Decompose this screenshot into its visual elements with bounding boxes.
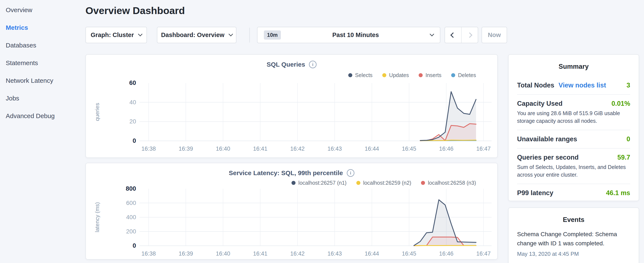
svg-text:16:38: 16:38 [142,250,156,257]
svg-text:16:41: 16:41 [253,146,268,152]
summary-label: P99 latency [517,189,554,197]
svg-text:16:39: 16:39 [178,146,193,152]
event-timestamp: May 13, 2020 at 4:45 PM [517,251,630,257]
summary-value: 0.01% [612,100,630,107]
summary-title: Summary [517,63,630,70]
events-panel: Events Schema Change Completed: Schema c… [508,207,639,263]
time-step-forward-button[interactable] [462,27,478,43]
chevron-right-icon [467,32,472,38]
summary-label: Capacity Used [517,100,562,107]
time-window-label: Past 10 Minutes [287,32,424,39]
graph-scope-dropdown-label: Graph: Cluster [90,32,134,39]
svg-text:600: 600 [126,200,136,206]
sidebar-item-statements[interactable]: Statements [6,59,86,67]
sql-queries-chart: 16:3816:3916:4016:4116:4216:4316:4416:45… [86,55,497,157]
event-text: Schema Change Completed: Schema change w… [517,229,630,248]
sidebar-item-advanced-debug[interactable]: Advanced Debug [6,112,86,120]
summary-row-p99-latency: P99 latency 46.1 ms [517,184,630,201]
sidebar-item-databases[interactable]: Databases [6,42,86,49]
chevron-down-icon [138,32,142,36]
summary-label: Unavailable ranges [517,135,577,143]
toolbar-divider [250,28,250,43]
svg-text:16:38: 16:38 [142,146,156,152]
svg-text:16:44: 16:44 [365,146,379,152]
chevron-down-icon [430,32,434,36]
svg-text:400: 400 [126,214,136,220]
svg-text:16:40: 16:40 [216,250,230,257]
svg-text:latency (ms): latency (ms) [94,202,100,232]
svg-text:200: 200 [126,228,136,235]
svg-text:16:47: 16:47 [476,146,491,152]
svg-text:queries: queries [94,103,100,121]
time-window-selector[interactable]: 10m Past 10 Minutes [257,27,440,43]
event-list-item[interactable]: Schema Change Completed: Schema change w… [517,229,630,257]
summary-value: 59.7 [618,154,630,161]
svg-text:16:46: 16:46 [439,250,454,257]
svg-text:0: 0 [133,242,136,249]
summary-row-queries-per-second: Queries per second 59.7 Sum of Selects, … [517,149,630,184]
summary-label: Queries per second [517,154,578,161]
time-step-buttons [444,27,478,43]
svg-text:16:42: 16:42 [290,146,305,152]
sql-queries-chart-card: SQL Queries i Selects Updates Inserts De… [86,54,498,158]
chevron-left-icon [450,32,456,38]
events-title: Events [517,216,630,224]
now-button[interactable]: Now [482,27,507,43]
summary-description: Sum of Selects, Updates, Inserts, and De… [517,163,630,178]
dashboard-dropdown[interactable]: Dashboard: Overview [157,27,236,43]
svg-text:40: 40 [130,99,136,106]
time-step-back-button[interactable] [445,27,462,43]
svg-text:60: 60 [129,79,136,86]
svg-text:20: 20 [130,118,136,125]
svg-text:16:47: 16:47 [476,250,491,257]
summary-panel: Summary Total Nodes View nodes list 3 Ca… [508,54,639,201]
time-window-badge: 10m [264,31,281,40]
summary-value: 0 [626,135,630,143]
svg-text:16:42: 16:42 [290,250,305,257]
graph-scope-dropdown[interactable]: Graph: Cluster [86,27,147,43]
svg-text:16:43: 16:43 [328,250,342,257]
svg-text:16:45: 16:45 [402,250,416,257]
summary-value: 46.1 ms [606,189,630,197]
view-nodes-list-link[interactable]: View nodes list [558,82,606,89]
sidebar-item-network-latency[interactable]: Network Latency [6,77,86,84]
svg-text:16:43: 16:43 [328,146,342,152]
service-latency-chart-card: Service Latency: SQL, 99th percentile i … [86,163,498,259]
svg-text:0: 0 [133,137,136,144]
summary-row-unavailable-ranges: Unavailable ranges 0 [517,130,630,149]
summary-row-capacity-used: Capacity Used 0.01% You are using 28.6 M… [517,95,630,130]
page-title: Overview Dashboard [86,5,185,16]
sidebar-item-overview[interactable]: Overview [6,7,86,14]
chevron-down-icon [228,32,233,36]
sidebar-item-metrics[interactable]: Metrics [6,24,86,31]
svg-text:16:45: 16:45 [402,146,416,152]
svg-text:16:40: 16:40 [216,146,230,152]
dashboard-dropdown-label: Dashboard: Overview [161,32,224,39]
sidebar-item-jobs[interactable]: Jobs [6,95,86,102]
svg-text:16:46: 16:46 [439,146,454,152]
svg-text:16:41: 16:41 [253,250,268,257]
sidebar: Overview Metrics Databases Statements Ne… [0,0,86,120]
summary-label: Total Nodes [517,82,554,89]
svg-text:800: 800 [126,185,136,192]
summary-value: 3 [626,82,630,89]
summary-description: You are using 28.6 MiB of 515.9 GiB usab… [517,110,630,125]
service-latency-chart: 16:3816:3916:4016:4116:4216:4316:4416:45… [86,163,497,259]
svg-text:16:39: 16:39 [178,250,193,257]
svg-text:16:44: 16:44 [365,250,379,257]
summary-row-total-nodes: Total Nodes View nodes list 3 [517,76,630,95]
